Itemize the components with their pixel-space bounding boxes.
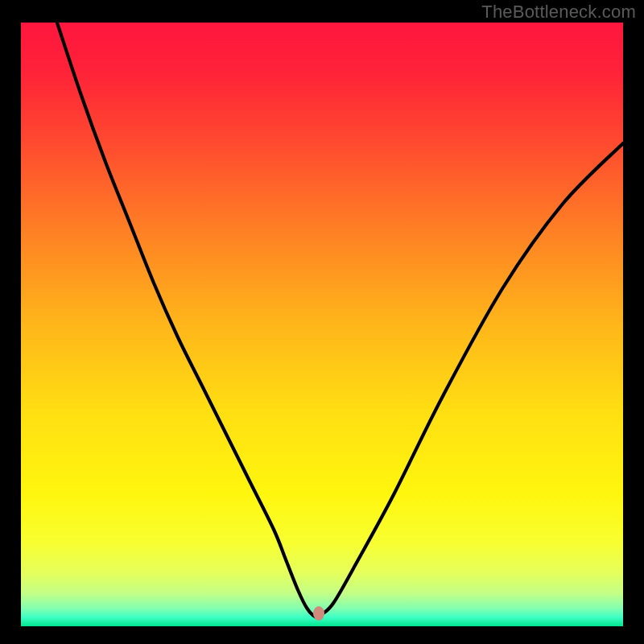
- watermark-text: TheBottleneck.com: [481, 2, 636, 23]
- curve-minimum-marker: [313, 606, 324, 621]
- bottleneck-curve: [21, 23, 623, 626]
- plot-area: [21, 23, 623, 626]
- chart-frame: TheBottleneck.com: [0, 0, 644, 644]
